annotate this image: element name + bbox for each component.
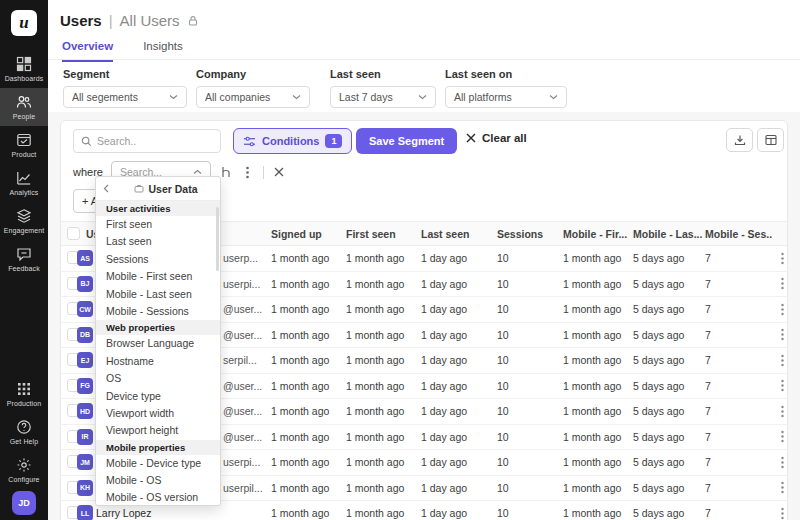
filter-select[interactable]: All platforms: [445, 86, 567, 108]
conditions-button[interactable]: Conditions 1: [233, 128, 352, 154]
dropdown-item-first-seen[interactable]: First seen: [96, 216, 220, 233]
sessions-cell: 10: [497, 456, 509, 468]
avatar: LL: [77, 505, 93, 520]
hierarchy-icon[interactable]: [219, 164, 233, 180]
dropdown-scrollbar[interactable]: [216, 207, 219, 271]
mobile-sessions-cell: 7: [705, 431, 711, 443]
sidebar-item-label: Feedback: [8, 265, 40, 272]
select-all-checkbox[interactable]: [67, 227, 80, 240]
filter-value: All segements: [72, 91, 138, 103]
sidebar-item-people[interactable]: People: [0, 88, 48, 126]
filter-select[interactable]: All segements: [63, 86, 187, 108]
row-menu-icon[interactable]: [773, 248, 791, 268]
dropdown-item-hostname[interactable]: Hostname: [96, 353, 220, 370]
manage-columns-button[interactable]: [757, 128, 784, 152]
sidebar-item-label: People: [13, 113, 35, 120]
user-avatar[interactable]: JD: [12, 491, 36, 515]
table-search[interactable]: [73, 129, 221, 153]
avatar: BJ: [77, 276, 93, 292]
app-logo[interactable]: u: [11, 10, 37, 36]
user-email: @user...: [223, 329, 262, 341]
user-email: @user...: [223, 380, 262, 392]
page-title-separator: |: [109, 12, 113, 29]
last-seen-cell: 1 day ago: [421, 405, 467, 417]
sidebar-item-label: Production: [7, 400, 41, 407]
mobile-last-seen-cell: 5 days ago: [633, 507, 684, 519]
sidebar-item-production[interactable]: Production: [0, 375, 48, 413]
last-seen-cell: 1 day ago: [421, 456, 467, 468]
sidebar-item-engagement[interactable]: Engagement: [0, 202, 48, 240]
lock-icon: [187, 15, 199, 27]
filter-last-seen: Last seenLast 7 days: [330, 68, 436, 108]
dropdown-item-last-seen[interactable]: Last seen: [96, 233, 220, 250]
row-menu-icon[interactable]: [773, 299, 791, 319]
mobile-last-seen-cell: 5 days ago: [633, 354, 684, 366]
sidebar-item-product[interactable]: Product: [0, 126, 48, 164]
mobile-first-seen-cell: 1 month ago: [563, 431, 621, 443]
row-menu-icon[interactable]: [773, 401, 791, 421]
row-menu-icon[interactable]: [773, 325, 791, 345]
back-chevron-icon[interactable]: [103, 184, 115, 193]
row-menu-icon[interactable]: [773, 427, 791, 447]
sidebar-item-label: Product: [12, 151, 37, 158]
first-seen-cell: 1 month ago: [346, 456, 404, 468]
row-menu-icon[interactable]: [773, 350, 791, 370]
signed-up-cell: 1 month ago: [271, 252, 329, 264]
sidebar-item-label: Get Help: [10, 438, 38, 445]
sidebar-item-dashboards[interactable]: Dashboards: [0, 50, 48, 88]
dropdown-item-mobile-os-version[interactable]: Mobile - OS version: [96, 489, 220, 506]
row-menu-icon[interactable]: [773, 274, 791, 294]
gear-icon: [16, 457, 32, 473]
sessions-cell: 10: [497, 405, 509, 417]
row-menu-icon[interactable]: [773, 376, 791, 396]
mobile-first-seen-cell: 1 month ago: [563, 278, 621, 290]
clear-all-button[interactable]: Clear all: [466, 132, 527, 144]
chevron-down-icon: [292, 94, 301, 100]
sessions-cell: 10: [497, 507, 509, 519]
dropdown-item-os[interactable]: OS: [96, 370, 220, 387]
row-menu-icon[interactable]: [773, 503, 791, 520]
sidebar-item-analytics[interactable]: Analytics: [0, 164, 48, 202]
column-header: Signed up: [271, 228, 322, 240]
signed-up-cell: 1 month ago: [271, 278, 329, 290]
mobile-last-seen-cell: 5 days ago: [633, 329, 684, 341]
user-email: @user...: [223, 431, 262, 443]
remove-condition-icon[interactable]: [272, 164, 286, 180]
save-segment-button[interactable]: Save Segment: [356, 128, 457, 154]
row-menu-icon[interactable]: [773, 478, 791, 498]
download-button[interactable]: [726, 128, 753, 152]
dashboards-icon: [16, 56, 32, 72]
last-seen-cell: 1 day ago: [421, 431, 467, 443]
more-vertical-icon[interactable]: [241, 164, 255, 180]
user-email: userpil...: [223, 482, 263, 494]
row-menu-icon[interactable]: [773, 452, 791, 472]
sidebar-item-configure[interactable]: Configure: [0, 451, 48, 489]
sidebar-item-get-help[interactable]: Get Help: [0, 413, 48, 451]
chevron-down-icon: [549, 94, 558, 100]
dropdown-item-mobile-os[interactable]: Mobile - OS: [96, 472, 220, 489]
dropdown-section-header: User activities: [96, 201, 220, 216]
sidebar-item-feedback[interactable]: Feedback: [0, 240, 48, 278]
people-icon: [16, 94, 32, 110]
filter-last-seen-on: Last seen onAll platforms: [445, 68, 567, 108]
dropdown-item-device-type[interactable]: Device type: [96, 388, 220, 405]
sessions-cell: 10: [497, 482, 509, 494]
dropdown-item-browser-language[interactable]: Browser Language: [96, 335, 220, 352]
dropdown-item-sessions[interactable]: Sessions: [96, 251, 220, 268]
mobile-first-seen-cell: 1 month ago: [563, 252, 621, 264]
filter-select[interactable]: All companies: [196, 86, 310, 108]
search-icon: [81, 136, 92, 147]
dropdown-item-viewport-height[interactable]: Viewport height: [96, 422, 220, 439]
dropdown-item-mobile-first-seen[interactable]: Mobile - First seen: [96, 268, 220, 285]
dropdown-item-mobile-sessions[interactable]: Mobile - Sessions: [96, 303, 220, 320]
clear-all-label: Clear all: [482, 132, 527, 144]
dropdown-item-mobile-last-seen[interactable]: Mobile - Last seen: [96, 286, 220, 303]
dropdown-list: User activitiesFirst seenLast seenSessio…: [96, 201, 220, 506]
dropdown-item-viewport-width[interactable]: Viewport width: [96, 405, 220, 422]
search-input[interactable]: [97, 135, 207, 147]
mobile-sessions-cell: 7: [705, 252, 711, 264]
filter-select[interactable]: Last 7 days: [330, 86, 436, 108]
dropdown-item-mobile-device-type[interactable]: Mobile - Device type: [96, 455, 220, 472]
mobile-sessions-cell: 7: [705, 380, 711, 392]
last-seen-cell: 1 day ago: [421, 303, 467, 315]
